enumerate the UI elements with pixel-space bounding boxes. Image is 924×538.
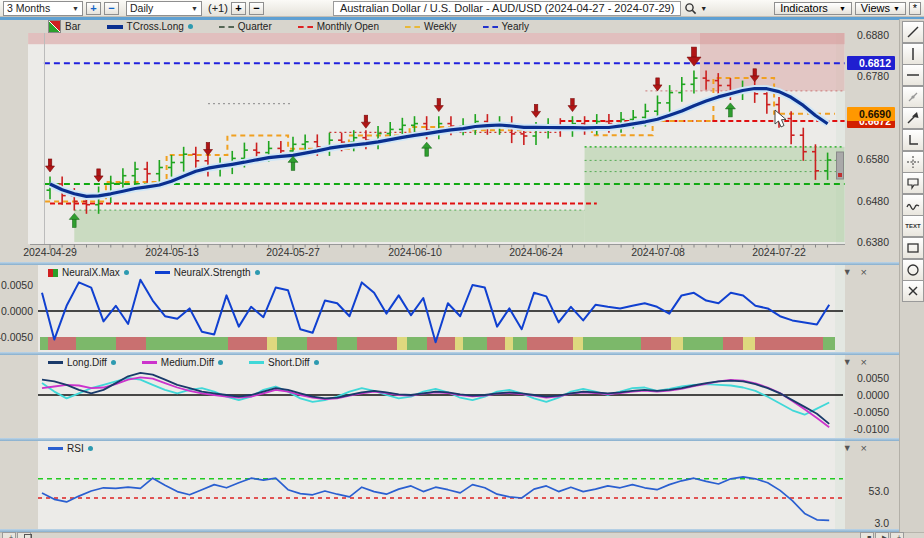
symbol-title-text: Australian Dollar / U.S. Dollar - AUD/US… <box>340 2 674 14</box>
yearly-open-price-tag: 0.6812 <box>847 56 895 70</box>
weekly-swatch-icon <box>405 26 420 28</box>
legend-item-neuralx-max[interactable]: NeuralX.Max <box>48 267 129 278</box>
layout-button[interactable] <box>17 532 31 538</box>
rectangle-tool[interactable] <box>902 237 924 259</box>
main-date-axis: 2024-04-292024-05-132024-05-272024-06-10… <box>0 246 845 260</box>
legend-label: Bar <box>65 21 81 32</box>
indicator-settings-dot[interactable] <box>255 270 260 275</box>
axis-tick-label: 53.0 <box>869 485 889 497</box>
axis-tick-label: 0.0000 <box>1 305 33 317</box>
indicator-settings-dot[interactable] <box>111 360 116 365</box>
diff-panel: Long.Diff Medium.Diff Short.Diff ▼ × 0.0… <box>0 355 899 438</box>
neuralx-panel: NeuralX.Max NeuralX.Strength ▼ × 0.00500… <box>0 265 899 352</box>
ellipse-tool[interactable] <box>902 259 924 281</box>
indicator-settings-dot[interactable] <box>88 446 93 451</box>
arrow-tool[interactable] <box>902 107 924 129</box>
legend-item-weekly[interactable]: Weekly <box>405 21 457 32</box>
axis-tick-label: -0.0050 <box>853 406 889 418</box>
chevron-down-icon[interactable]: ▼ <box>700 5 707 12</box>
add-panel-button[interactable]: + <box>2 532 16 538</box>
indicator-settings-dot[interactable] <box>314 360 319 365</box>
drawing-toolbar: TEXT <box>899 19 924 538</box>
short-diff-swatch-icon <box>249 361 264 364</box>
quarter-swatch-icon <box>219 26 234 28</box>
collapse-panel-button[interactable]: ▼ <box>843 267 852 277</box>
erase-tool[interactable] <box>902 280 924 302</box>
trendline-tool[interactable] <box>902 21 924 43</box>
bar-width-minus-button[interactable]: − <box>249 2 264 15</box>
interval-select-value: Daily <box>130 2 153 14</box>
axis-date-label: 2024-07-22 <box>737 246 821 258</box>
legend-item-yearly[interactable]: Yearly <box>483 21 529 32</box>
favorite-button[interactable]: * <box>909 2 921 15</box>
vantagepoint-window: 3 Months ▼ + − Daily ▼ (+1) + − Australi… <box>0 0 924 538</box>
indicators-button[interactable]: Indicators ▼ <box>774 2 852 15</box>
close-panel-button[interactable]: × <box>861 443 867 453</box>
stop-button[interactable]: ■ <box>860 532 874 538</box>
legend-label: Monthly Open <box>317 21 379 32</box>
legend-item-bar[interactable]: Bar <box>48 20 81 33</box>
axis-date-label: 2024-06-10 <box>373 246 457 258</box>
legend-label: RSI <box>67 443 84 454</box>
axis-date-label: 2024-05-13 <box>130 246 214 258</box>
axis-date-label: 2024-07-08 <box>616 246 700 258</box>
bar-width-plus-button[interactable]: + <box>231 2 246 15</box>
callout-tool[interactable] <box>902 172 924 194</box>
chevron-down-icon: ▼ <box>72 5 79 12</box>
step-plus-button[interactable]: + <box>890 532 904 538</box>
text-tool[interactable]: TEXT <box>902 215 924 237</box>
close-panel-button[interactable]: × <box>861 357 867 367</box>
legend-label: Short.Diff <box>268 357 310 368</box>
indicator-settings-dot[interactable] <box>188 24 193 29</box>
interval-select[interactable]: Daily ▼ <box>126 1 202 16</box>
axis-tick-label: 0.6580 <box>857 153 889 165</box>
search-icon[interactable] <box>684 2 697 15</box>
monthly-open-swatch-icon <box>298 26 313 28</box>
views-button[interactable]: Views ▼ <box>855 2 906 15</box>
axis-date-label: 2024-06-24 <box>494 246 578 258</box>
yearly-swatch-icon <box>483 26 498 28</box>
axis-tick-label: 0.0050 <box>1 279 33 291</box>
legend-label: Medium.Diff <box>161 357 214 368</box>
axis-tick-label: 0.6380 <box>857 236 889 248</box>
collapse-panel-button[interactable]: ▼ <box>843 443 852 453</box>
legend-item-rsi[interactable]: RSI <box>48 443 93 454</box>
symbol-title[interactable]: Australian Dollar / U.S. Dollar - AUD/US… <box>333 1 681 16</box>
text-tool-label: TEXT <box>905 223 920 229</box>
zoom-in-button[interactable]: + <box>86 2 101 15</box>
axis-tick-label: 3.0 <box>874 517 889 529</box>
main-price-chart[interactable] <box>0 20 845 262</box>
legend-item-medium-diff[interactable]: Medium.Diff <box>142 357 223 368</box>
close-panel-button[interactable]: × <box>861 267 867 277</box>
ray-tool[interactable] <box>902 86 924 108</box>
legend-item-neuralx-strength[interactable]: NeuralX.Strength <box>155 267 260 278</box>
range-select[interactable]: 3 Months ▼ <box>3 1 83 16</box>
long-diff-swatch-icon <box>48 361 63 364</box>
legend-label: Quarter <box>238 21 272 32</box>
legend-item-quarter[interactable]: Quarter <box>219 21 272 32</box>
indicator-settings-dot[interactable] <box>218 360 223 365</box>
main-price-axis: 0.68800.67800.65800.64800.63800.66720.66… <box>845 20 899 262</box>
range-select-value: 3 Months <box>7 2 50 14</box>
rsi-chart[interactable] <box>0 441 845 529</box>
legend-item-monthly-open[interactable]: Monthly Open <box>298 21 379 32</box>
bottom-bar: + ■ ▶ + <box>0 532 924 538</box>
vertical-line-tool[interactable] <box>902 43 924 65</box>
play-button[interactable]: ▶ <box>875 532 889 538</box>
bar-swatch-icon <box>48 20 61 33</box>
freehand-tool[interactable] <box>902 194 924 216</box>
legend-label: NeuralX.Max <box>62 267 120 278</box>
neuralx-strength-swatch-icon <box>155 271 170 274</box>
legend-item-long-diff[interactable]: Long.Diff <box>48 357 116 368</box>
horizontal-line-tool[interactable] <box>902 64 924 86</box>
legend-item-tcross-long[interactable]: TCross.Long <box>107 21 193 32</box>
legend-item-short-diff[interactable]: Short.Diff <box>249 357 319 368</box>
zoom-out-button[interactable]: − <box>104 2 119 15</box>
neuralx-max-swatch-icon <box>48 269 58 277</box>
indicator-settings-dot[interactable] <box>124 270 129 275</box>
main-chart-legend: Bar TCross.Long Quarter Monthly Open Wee… <box>48 20 529 33</box>
crosshair-tool[interactable] <box>902 151 924 173</box>
diff-axis: 0.00500.0000-0.0050-0.0100 <box>845 355 899 438</box>
angle-tool[interactable] <box>902 129 924 151</box>
collapse-panel-button[interactable]: ▼ <box>843 357 852 367</box>
